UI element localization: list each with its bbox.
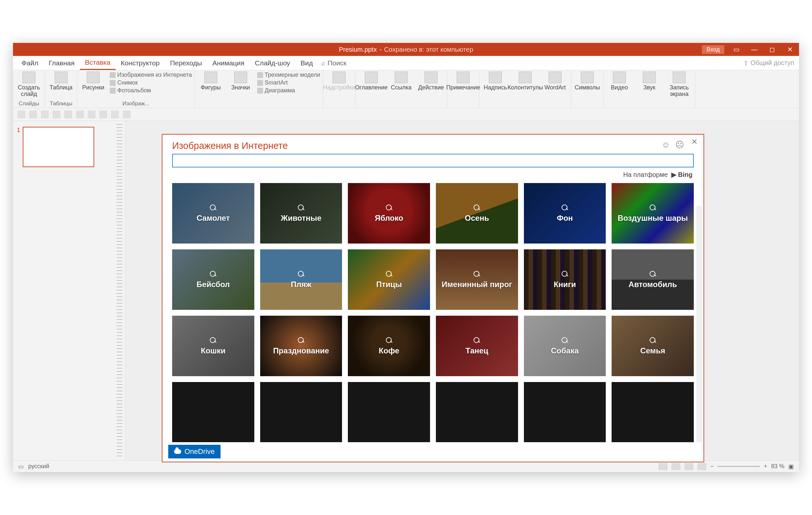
zoom-out-button[interactable]: − (710, 463, 714, 470)
category-tile-18[interactable] (172, 382, 254, 442)
arrange-btn-4[interactable] (53, 111, 60, 118)
table-button[interactable]: Таблица (48, 72, 75, 91)
category-tile-2[interactable]: Яблоко (348, 183, 430, 244)
share-button[interactable]: ⇪ Общий доступ (743, 59, 794, 67)
language-indicator[interactable]: русский (28, 463, 49, 470)
reading-view-button[interactable] (684, 463, 693, 470)
feedback-frown-icon[interactable]: ☹ (675, 140, 684, 150)
arrange-btn-8[interactable] (99, 111, 107, 118)
video-button[interactable]: Видео (606, 72, 633, 91)
slide-thumbnail-1[interactable] (23, 127, 94, 167)
category-tile-5[interactable]: Воздушные шары (612, 183, 694, 244)
tab-slideshow[interactable]: Слайд-шоу (250, 56, 295, 70)
category-tile-21[interactable] (436, 382, 518, 442)
addins-button[interactable]: Надстройки (326, 72, 352, 91)
search-icon (649, 270, 657, 278)
shapes-button[interactable]: Фигуры (198, 72, 224, 91)
category-tile-6[interactable]: Бейсбол (172, 249, 254, 310)
login-button[interactable]: Вход (702, 45, 724, 54)
minimize-icon[interactable]: — (746, 43, 763, 56)
tab-animations[interactable]: Анимация (207, 56, 250, 70)
arrange-btn-6[interactable] (76, 111, 84, 118)
tab-transitions[interactable]: Переходы (165, 56, 207, 70)
normal-view-button[interactable] (658, 463, 667, 470)
category-tile-8[interactable]: Птицы (348, 249, 430, 310)
category-tile-12[interactable]: Кошки (172, 316, 254, 376)
category-label: Собака (551, 346, 579, 355)
search-icon: ⌕ (321, 59, 325, 67)
category-tile-10[interactable]: Книги (524, 249, 606, 310)
category-tile-11[interactable]: Автомобиль (612, 249, 694, 310)
maximize-icon[interactable]: ◻ (763, 43, 781, 56)
feedback-smile-icon[interactable]: ☺ (661, 140, 670, 150)
slideshow-view-button[interactable] (697, 463, 706, 470)
header-footer-button[interactable]: Колонтитулы (512, 72, 539, 91)
smartart-button[interactable]: SmartArt (257, 79, 320, 86)
screenshot-button[interactable]: Снимок (110, 79, 192, 86)
online-pictures-button[interactable]: Изображения из Интернета (110, 72, 192, 78)
zoom-toc-button[interactable]: Оглавление (358, 72, 384, 91)
search-icon (385, 204, 393, 212)
category-tile-7[interactable]: Пляж (260, 249, 342, 310)
onedrive-button[interactable]: OneDrive (168, 445, 221, 458)
tell-me-search[interactable]: ⌕ Поиск (321, 59, 346, 67)
category-tile-9[interactable]: Именинный пирог (436, 249, 518, 310)
dialog-close-button[interactable]: ✕ (691, 137, 698, 146)
textbox-button[interactable]: Надпись (482, 72, 509, 91)
symbols-button[interactable]: Символы (574, 72, 601, 91)
zoom-in-button[interactable]: + (763, 463, 767, 470)
link-button[interactable]: Ссылка (388, 72, 414, 91)
category-tile-1[interactable]: Животные (260, 183, 342, 244)
screen-recording-button[interactable]: Запись экрана (666, 72, 693, 98)
action-button[interactable]: Действие (418, 72, 444, 91)
zoom-level[interactable]: 83 % (771, 463, 784, 470)
powered-by-label: На платформе ▶ Bing (163, 167, 703, 183)
category-tile-0[interactable]: Самолет (172, 183, 254, 244)
category-tile-16[interactable]: Собака (524, 316, 606, 376)
comment-button[interactable]: Примечание (450, 72, 476, 91)
new-slide-button[interactable]: Создать слайд (16, 72, 42, 98)
tab-insert[interactable]: Вставка (80, 56, 116, 70)
arrange-btn-1[interactable] (18, 111, 25, 118)
fit-to-window-button[interactable]: ▣ (788, 463, 794, 470)
category-tile-15[interactable]: Танец (436, 316, 518, 376)
3d-models-button[interactable]: Трехмерные модели (257, 72, 320, 78)
category-tile-20[interactable] (348, 382, 430, 442)
pictures-button[interactable]: Рисунки (80, 72, 107, 91)
arrange-btn-2[interactable] (29, 111, 37, 118)
category-tile-22[interactable] (524, 382, 606, 442)
tab-home[interactable]: Главная (44, 56, 80, 70)
category-tile-3[interactable]: Осень (436, 183, 518, 244)
audio-button[interactable]: Звук (636, 72, 663, 91)
zoom-slider[interactable] (718, 466, 760, 467)
arrange-btn-7[interactable] (88, 111, 95, 118)
category-tile-17[interactable]: Семья (612, 316, 694, 376)
icons-button[interactable]: Значки (227, 72, 254, 91)
category-label: Птицы (376, 280, 402, 289)
arrange-btn-3[interactable] (41, 111, 49, 118)
tab-design[interactable]: Конструктор (116, 56, 165, 70)
category-tile-19[interactable] (260, 382, 342, 442)
arrange-btn-10[interactable] (123, 111, 130, 118)
tab-view[interactable]: Вид (295, 56, 318, 70)
category-tile-4[interactable]: Фон (524, 183, 606, 244)
ribbon-options-icon[interactable]: ▭ (728, 43, 746, 56)
dialog-scrollbar[interactable] (696, 206, 702, 442)
tab-file[interactable]: Файл (16, 56, 44, 70)
photo-album-button[interactable]: Фотоальбом (110, 87, 192, 94)
category-tile-23[interactable] (612, 382, 694, 442)
notes-icon[interactable]: ▭ (18, 463, 24, 470)
chart-button[interactable]: Диаграмма (257, 87, 320, 94)
arrange-btn-9[interactable] (111, 111, 119, 118)
category-tile-13[interactable]: Празднование (260, 316, 342, 376)
wordart-button[interactable]: WordArt (542, 72, 569, 91)
addins-icon (332, 72, 346, 83)
sorter-view-button[interactable] (671, 463, 680, 470)
toc-icon (365, 72, 378, 83)
category-label: Животные (281, 214, 321, 223)
arrange-btn-5[interactable] (64, 111, 72, 118)
image-search-input[interactable] (172, 154, 694, 167)
category-label: Именинный пирог (442, 280, 512, 289)
category-tile-14[interactable]: Кофе (348, 316, 430, 376)
close-icon[interactable]: ✕ (781, 43, 799, 56)
